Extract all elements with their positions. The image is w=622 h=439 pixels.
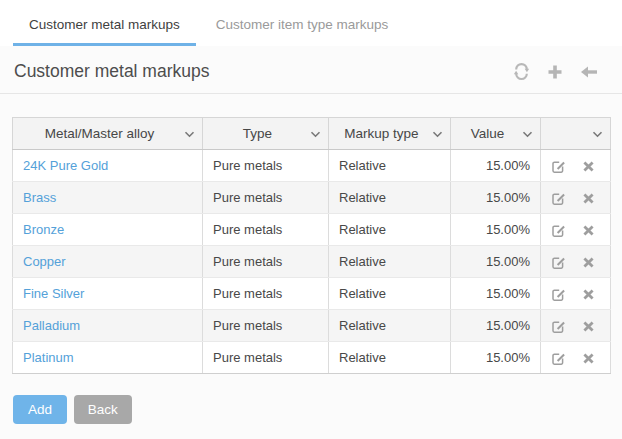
type-cell: Pure metals [203,182,329,214]
tab-customer-item-type-markups[interactable]: Customer item type markups [200,6,405,46]
content-panel: Customer metal markups [0,46,622,439]
metal-link[interactable]: Brass [23,190,56,205]
value-cell: 15.00% [451,182,541,214]
actions-cell [541,342,611,374]
value-cell: 15.00% [451,342,541,374]
chevron-down-icon[interactable] [184,130,195,137]
chevron-down-icon[interactable] [522,130,533,137]
metal-link[interactable]: Fine Silver [23,286,84,301]
chevron-down-icon[interactable] [592,130,603,137]
delete-icon[interactable] [582,352,595,365]
toolbar [513,63,598,80]
edit-icon[interactable] [551,191,566,206]
footer-actions: Add Back [13,395,622,424]
add-icon[interactable] [547,64,563,80]
table-header: Metal/Master alloy Type Markup type [13,118,611,150]
column-header-label: Markup type [344,126,418,141]
metal-link[interactable]: Palladium [23,318,80,333]
tab-customer-metal-markups[interactable]: Customer metal markups [13,6,196,46]
delete-icon[interactable] [582,288,595,301]
column-header-markup-type[interactable]: Markup type [329,118,451,150]
markup-type-cell: Relative [329,278,451,310]
type-cell: Pure metals [203,342,329,374]
edit-icon[interactable] [551,287,566,302]
delete-icon[interactable] [582,160,595,173]
column-header-label: Metal/Master alloy [45,126,155,141]
table-row: 24K Pure Gold Pure metals Relative 15.00… [13,150,611,182]
column-header-label: Type [243,126,272,141]
table-row: Fine Silver Pure metals Relative 15.00% [13,278,611,310]
markup-type-cell: Relative [329,342,451,374]
back-button[interactable]: Back [74,395,132,424]
table-row: Copper Pure metals Relative 15.00% [13,246,611,278]
metal-link[interactable]: Copper [23,254,66,269]
column-header-metal[interactable]: Metal/Master alloy [13,118,203,150]
column-header-type[interactable]: Type [203,118,329,150]
tab-label: Customer metal markups [29,17,180,32]
column-header-value[interactable]: Value [451,118,541,150]
table-row: Palladium Pure metals Relative 15.00% [13,310,611,342]
edit-icon[interactable] [551,351,566,366]
delete-icon[interactable] [582,192,595,205]
column-header-label: Value [471,126,505,141]
markup-type-cell: Relative [329,246,451,278]
back-arrow-icon[interactable] [580,64,598,80]
markup-type-cell: Relative [329,182,451,214]
edit-icon[interactable] [551,255,566,270]
type-cell: Pure metals [203,150,329,182]
edit-icon[interactable] [551,319,566,334]
metal-link[interactable]: 24K Pure Gold [23,158,108,173]
value-cell: 15.00% [451,246,541,278]
add-button[interactable]: Add [13,395,67,424]
actions-cell [541,278,611,310]
metal-link[interactable]: Bronze [23,222,64,237]
value-cell: 15.00% [451,214,541,246]
type-cell: Pure metals [203,246,329,278]
tab-strip: Customer metal markups Customer item typ… [0,0,622,46]
page-title: Customer metal markups [14,61,209,82]
delete-icon[interactable] [582,256,595,269]
metal-link[interactable]: Platinum [23,350,74,365]
delete-icon[interactable] [582,224,595,237]
type-cell: Pure metals [203,278,329,310]
table-row: Platinum Pure metals Relative 15.00% [13,342,611,374]
table-body: 24K Pure Gold Pure metals Relative 15.00… [13,150,611,374]
table-row: Bronze Pure metals Relative 15.00% [13,214,611,246]
actions-cell [541,182,611,214]
value-cell: 15.00% [451,150,541,182]
markup-type-cell: Relative [329,310,451,342]
markup-type-cell: Relative [329,214,451,246]
table-row: Brass Pure metals Relative 15.00% [13,182,611,214]
refresh-icon[interactable] [513,63,530,80]
delete-icon[interactable] [582,320,595,333]
edit-icon[interactable] [551,223,566,238]
actions-cell [541,214,611,246]
edit-icon[interactable] [551,159,566,174]
tab-label: Customer item type markups [216,17,389,32]
markup-type-cell: Relative [329,150,451,182]
chevron-down-icon[interactable] [432,130,443,137]
actions-cell [541,246,611,278]
value-cell: 15.00% [451,278,541,310]
column-header-actions[interactable] [541,118,611,150]
type-cell: Pure metals [203,310,329,342]
value-cell: 15.00% [451,310,541,342]
type-cell: Pure metals [203,214,329,246]
actions-cell [541,310,611,342]
actions-cell [541,150,611,182]
chevron-down-icon[interactable] [310,130,321,137]
panel-header: Customer metal markups [0,46,622,94]
markups-table: Metal/Master alloy Type Markup type [12,117,611,374]
